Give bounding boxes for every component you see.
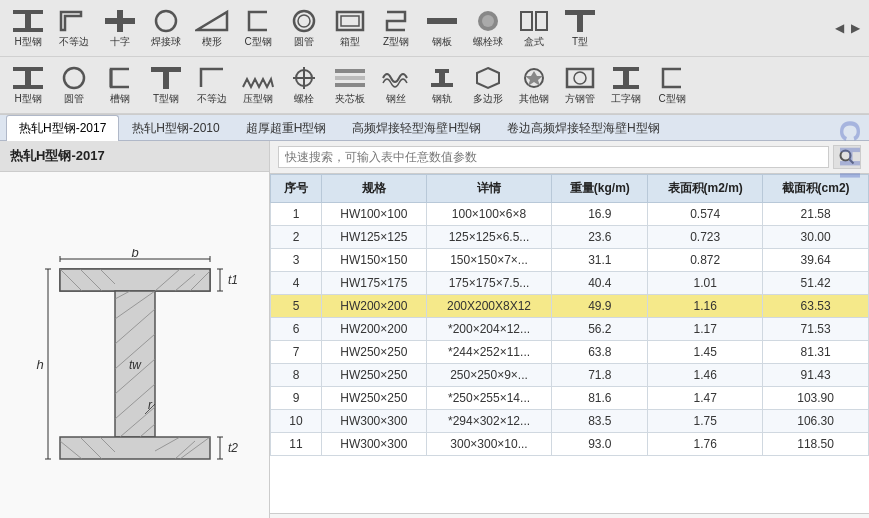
table-cell-4: 1.17 — [648, 318, 763, 341]
table-cell-0: 8 — [271, 364, 322, 387]
svg-rect-15 — [521, 12, 532, 30]
tool-wedge[interactable]: 楔形 — [190, 4, 234, 52]
tool-box-type[interactable]: 盒式 — [512, 4, 556, 52]
tool-c-steel-1[interactable]: C型钢 — [236, 4, 280, 52]
toolbar-row-2: H型钢 圆管 槽钢 — [0, 57, 869, 114]
tool-label: 钢轨 — [432, 92, 452, 106]
table-row[interactable]: 2HW125×125125×125×6.5...23.60.72330.00 — [271, 226, 869, 249]
tool-h-beam-1[interactable]: H型钢 — [6, 4, 50, 52]
svg-point-22 — [64, 68, 84, 88]
svg-marker-3 — [61, 12, 81, 30]
section-diagram: b t1 t2 h tw r — [0, 172, 269, 518]
tool-sandwich-panel[interactable]: 夹芯板 — [328, 61, 372, 109]
table-cell-0: 1 — [271, 203, 322, 226]
tab-rolled-hf-weld-light[interactable]: 卷边高频焊接轻型海壁H型钢 — [494, 115, 673, 141]
tool-round-tube[interactable]: 圆管 — [282, 4, 326, 52]
tab-hf-weld-light[interactable]: 高频焊接轻型海壁H型钢 — [339, 115, 494, 141]
bolt-ball-icon — [470, 7, 506, 35]
tool-wire-rope[interactable]: 钢丝 — [374, 61, 418, 109]
search-input[interactable] — [278, 146, 829, 168]
channel-steel-icon — [102, 64, 138, 92]
table-cell-1: HW250×250 — [322, 341, 427, 364]
tool-rail[interactable]: 钢轨 — [420, 61, 464, 109]
search-button[interactable] — [833, 145, 861, 169]
table-cell-2: 250×250×9×... — [426, 364, 552, 387]
tool-box[interactable]: 箱型 — [328, 4, 372, 52]
tool-label: 不等边 — [59, 35, 89, 49]
right-panel: 序号 规格 详情 重量(kg/m) 表面积(m2/m) 截面积(cm2) 1HW… — [270, 141, 869, 518]
table-cell-0: 11 — [271, 433, 322, 456]
table-row[interactable]: 1HW100×100100×100×6×816.90.57421.58 — [271, 203, 869, 226]
tool-bolt-ball[interactable]: 螺栓球 — [466, 4, 510, 52]
nav-left-arrow[interactable]: ◀ — [831, 20, 847, 36]
table-row[interactable]: 3HW150×150150×150×7×...31.10.87239.64 — [271, 249, 869, 272]
tool-label: Z型钢 — [383, 35, 409, 49]
wedge-icon — [194, 7, 230, 35]
table-row[interactable]: 9HW250×250*250×255×14...81.61.47103.90 — [271, 387, 869, 410]
tool-label: H型钢 — [14, 92, 41, 106]
table-row[interactable]: 7HW250×250*244×252×11...63.81.4581.31 — [271, 341, 869, 364]
table-cell-4: 1.47 — [648, 387, 763, 410]
table-cell-4: 0.872 — [648, 249, 763, 272]
tool-square-tube[interactable]: 方钢管 — [558, 61, 602, 109]
box-icon — [332, 7, 368, 35]
tool-cross[interactable]: 十字 — [98, 4, 142, 52]
table-cell-1: HW300×300 — [322, 433, 427, 456]
sandwich-panel-icon — [332, 64, 368, 92]
table-row[interactable]: 10HW300×300*294×302×12...83.51.75106.30 — [271, 410, 869, 433]
svg-text:tw: tw — [129, 358, 142, 372]
tool-label: C型钢 — [244, 35, 271, 49]
tool-label: 夹芯板 — [335, 92, 365, 106]
tool-label: 压型钢 — [243, 92, 273, 106]
svg-rect-19 — [13, 67, 43, 71]
z-steel-icon — [378, 7, 414, 35]
table-cell-2: *200×204×12... — [426, 318, 552, 341]
svg-line-87 — [850, 160, 854, 164]
footer-notes: 注：本数据来自《GB/T 11263-2017 热轧H型钢和热轧T型钢》 小提示… — [270, 513, 869, 518]
tool-profiled-steel[interactable]: 压型钢 — [236, 61, 280, 109]
table-cell-3: 83.5 — [552, 410, 648, 433]
tool-weld-ball[interactable]: 焊接球 — [144, 4, 188, 52]
tool-h-beam-2[interactable]: H型钢 — [6, 61, 50, 109]
tool-label: H型钢 — [14, 35, 41, 49]
tool-i-beam[interactable]: 工字钢 — [604, 61, 648, 109]
table-row[interactable]: 5HW200×200200X200X8X1249.91.1663.53 — [271, 295, 869, 318]
svg-rect-5 — [105, 18, 135, 24]
tool-polygon[interactable]: 多边形 — [466, 61, 510, 109]
table-row[interactable]: 11HW300×300300×300×10...93.01.76118.50 — [271, 433, 869, 456]
table-cell-2: 125×125×6.5... — [426, 226, 552, 249]
table-container[interactable]: 序号 规格 详情 重量(kg/m) 表面积(m2/m) 截面积(cm2) 1HW… — [270, 174, 869, 513]
table-row[interactable]: 4HW175×175175×175×7.5...40.41.0151.42 — [271, 272, 869, 295]
table-cell-3: 49.9 — [552, 295, 648, 318]
table-cell-5: 118.50 — [763, 433, 869, 456]
tool-label: 不等边 — [197, 92, 227, 106]
tool-channel-steel[interactable]: 槽钢 — [98, 61, 142, 109]
table-cell-0: 2 — [271, 226, 322, 249]
svg-rect-34 — [431, 83, 453, 87]
table-row[interactable]: 8HW250×250250×250×9×...71.81.4691.43 — [271, 364, 869, 387]
tool-t-steel-1[interactable]: T型 — [558, 4, 602, 52]
col-header-surface: 表面积(m2/m) — [648, 175, 763, 203]
tool-c-steel-2[interactable]: C型钢 — [650, 61, 694, 109]
tab-hot-rolled-2017[interactable]: 热轧H型钢-2017 — [6, 115, 119, 141]
tab-hot-rolled-2010[interactable]: 热轧H型钢-2010 — [119, 115, 232, 141]
tool-round-tube-2[interactable]: 圆管 — [52, 61, 96, 109]
svg-rect-1 — [25, 14, 31, 28]
tool-steel-plate[interactable]: 钢板 — [420, 4, 464, 52]
tool-label: T型钢 — [153, 92, 179, 106]
square-tube-icon — [562, 64, 598, 92]
tool-unequal[interactable]: 不等边 — [52, 4, 96, 52]
svg-rect-30 — [335, 76, 365, 80]
svg-text:h: h — [36, 357, 43, 372]
tab-super-heavy[interactable]: 超厚超重H型钢 — [233, 115, 340, 141]
c-steel-icon-1 — [240, 7, 276, 35]
tool-bolt[interactable]: 螺栓 — [282, 61, 326, 109]
nav-right-arrow[interactable]: ▶ — [847, 20, 863, 36]
tool-z-steel[interactable]: Z型钢 — [374, 4, 418, 52]
table-row[interactable]: 6HW200×200*200×204×12...56.21.1771.53 — [271, 318, 869, 341]
table-cell-2: 150×150×7×... — [426, 249, 552, 272]
tool-unequal-2[interactable]: 不等边 — [190, 61, 234, 109]
table-cell-2: 300×300×10... — [426, 433, 552, 456]
tool-t-steel-2[interactable]: T型钢 — [144, 61, 188, 109]
tool-other-steel[interactable]: 其他钢 — [512, 61, 556, 109]
